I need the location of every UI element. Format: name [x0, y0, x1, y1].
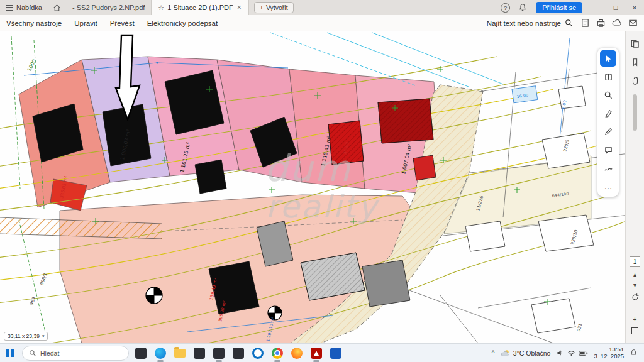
wifi-icon	[567, 349, 575, 357]
read-mode-tool[interactable]	[600, 69, 616, 85]
chrome-app[interactable]	[270, 346, 285, 361]
titlebar: Nabídka - SS2 Pudorys 2.NP.pdf ☆ 1 Situa…	[0, 0, 644, 15]
hp-app[interactable]	[250, 346, 265, 361]
paperclip-icon	[631, 77, 640, 85]
magnifier-icon	[604, 90, 613, 100]
rotate-icon[interactable]	[631, 293, 640, 302]
notification-icon[interactable]	[630, 349, 638, 357]
star-icon: ☆	[158, 4, 164, 12]
comment-icon	[604, 145, 613, 155]
highlighter-icon	[604, 109, 613, 118]
export-icon[interactable]	[580, 18, 590, 28]
attachments-panel-button[interactable]	[628, 74, 642, 88]
home-icon	[53, 4, 61, 12]
pages-panel-button[interactable]	[628, 36, 642, 50]
search-icon	[29, 349, 36, 357]
edge-icon	[155, 348, 166, 359]
select-tool[interactable]	[600, 50, 616, 67]
mail-icon[interactable]	[628, 18, 638, 28]
page-number-box[interactable]: 1	[630, 256, 640, 267]
pdf-page: 1 000,03 m² 1 101,25 m² 1 115,43 m² 1 00…	[0, 31, 644, 343]
menu-button[interactable]: Nabídka	[0, 0, 48, 15]
create-button[interactable]: + Vytvořit	[254, 2, 294, 13]
signature-icon	[604, 163, 613, 173]
cloud-icon[interactable]	[612, 18, 622, 28]
watermark-line2: reality	[266, 189, 380, 225]
start-button[interactable]	[3, 346, 18, 361]
clock-time: 13:51	[609, 346, 624, 353]
window-close-button[interactable]: ×	[625, 0, 644, 15]
pdf-canvas[interactable]: 1 000,03 m² 1 101,25 m² 1 115,43 m² 1 00…	[0, 31, 644, 343]
app-dark-1[interactable]	[192, 346, 207, 361]
app-dark-2[interactable]	[211, 346, 226, 361]
zoom-tool[interactable]	[600, 87, 616, 103]
help-icon[interactable]: ?	[501, 3, 510, 13]
close-tab-icon[interactable]: ×	[236, 3, 242, 12]
search-icon	[565, 19, 573, 27]
tray-chevron-button[interactable]: ^	[491, 349, 495, 358]
zoom-in-button[interactable]: +	[633, 317, 637, 323]
sign-tool[interactable]	[600, 160, 616, 176]
zoom-out-button[interactable]: −	[633, 306, 637, 312]
folder-icon	[174, 349, 186, 358]
menu-all-tools[interactable]: Všechny nástroje	[0, 19, 68, 27]
comment-tool[interactable]	[600, 141, 616, 158]
more-tools[interactable]: …	[600, 178, 616, 194]
home-button[interactable]	[48, 0, 66, 15]
tab-label: 1 Situace 2D (1).PDF	[167, 4, 233, 11]
fit-page-button[interactable]	[631, 327, 638, 334]
book-icon	[604, 72, 613, 82]
draw-tool[interactable]	[600, 123, 616, 140]
chrome-icon	[272, 348, 283, 359]
acrobat-app[interactable]	[309, 346, 324, 361]
search-placeholder: Hledat	[40, 349, 59, 357]
window-minimize-button[interactable]: ─	[587, 0, 606, 15]
highlight-tool[interactable]	[600, 105, 616, 121]
page-down-button[interactable]: ▾	[633, 282, 636, 288]
page-size-value: 33,11 x 23,39	[8, 333, 40, 339]
word-icon	[330, 348, 341, 359]
edge-app[interactable]	[153, 346, 168, 361]
taskbar-search-input[interactable]: Hledat	[22, 346, 129, 361]
volume-icon	[556, 349, 564, 357]
tool-rail: …	[597, 48, 619, 197]
tab-label: - SS2 Pudorys 2.NP.pdf	[72, 4, 145, 11]
system-tray[interactable]	[556, 349, 588, 357]
tab-situace-active[interactable]: ☆ 1 Situace 2D (1).PDF ×	[151, 0, 248, 15]
clock-date: 3. 12. 2025	[594, 353, 624, 360]
create-label: Vytvořit	[266, 4, 288, 11]
app-toolbar: Všechny nástroje Upravit Převést Elektro…	[0, 15, 644, 31]
print-icon[interactable]	[596, 18, 606, 28]
firefox-icon	[291, 348, 303, 359]
signin-button[interactable]: Přihlásit se	[536, 2, 582, 13]
hp-icon	[252, 348, 264, 359]
cursor-icon	[604, 54, 613, 63]
word-app[interactable]	[328, 346, 343, 361]
page-size-indicator[interactable]: 33,11 x 23,39 ▾	[4, 332, 48, 341]
task-view-button[interactable]	[133, 346, 148, 361]
acrobat-icon	[311, 348, 322, 359]
windows-logo-icon	[6, 349, 14, 358]
tab-pudorys[interactable]: - SS2 Pudorys 2.NP.pdf	[66, 0, 151, 15]
hamburger-icon	[6, 5, 13, 11]
menu-edit[interactable]: Upravit	[68, 19, 103, 27]
menu-convert[interactable]: Převést	[104, 19, 141, 27]
weather-widget[interactable]: 3°C Oblačno	[501, 349, 551, 358]
firefox-app[interactable]	[289, 346, 304, 361]
menu-esign[interactable]: Elektronicky podepsat	[141, 19, 225, 27]
weather-text: 3°C Oblačno	[513, 349, 551, 357]
pages-icon	[630, 39, 640, 48]
battery-icon	[579, 349, 588, 357]
more-icon: …	[604, 182, 613, 191]
find-tools-button[interactable]: Najít text nebo nástroje	[487, 19, 573, 27]
plus-icon: +	[260, 4, 264, 11]
file-explorer-app[interactable]	[172, 346, 187, 361]
clock-widget[interactable]: 13:51 3. 12. 2025	[594, 346, 624, 359]
app-dark-3[interactable]	[231, 346, 246, 361]
page-up-button[interactable]: ▴	[633, 272, 636, 278]
bookmarks-panel-button[interactable]	[628, 55, 642, 69]
bookmark-icon	[631, 58, 640, 67]
bell-icon[interactable]	[518, 3, 527, 12]
vertical-scrollbar[interactable]	[633, 94, 637, 131]
window-maximize-button[interactable]: □	[606, 0, 625, 15]
